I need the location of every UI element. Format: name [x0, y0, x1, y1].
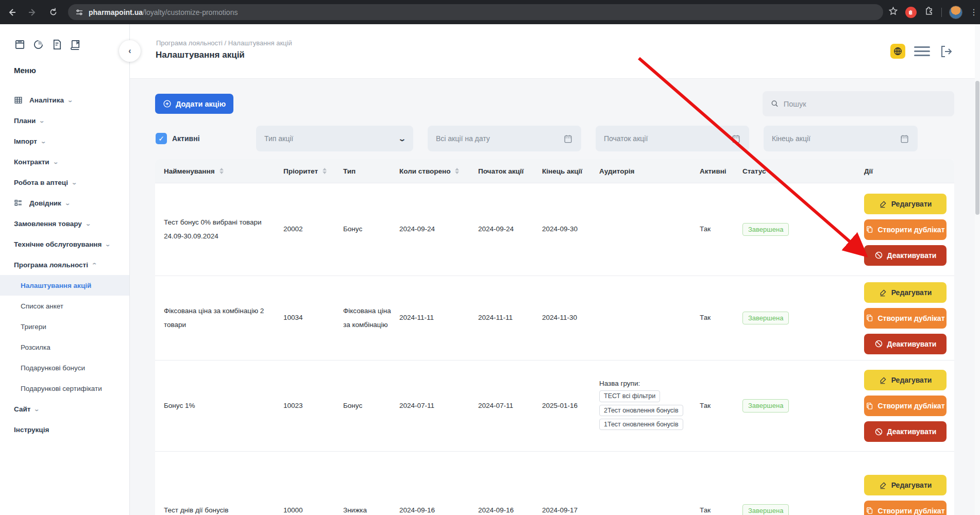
cell-priority-text: 10023 [283, 399, 303, 413]
cell-name: Тест бонус 0% вибрані товари 24.09-30.09… [155, 183, 283, 276]
sidebar-subitem-Подарункові сертифікати[interactable]: Подарункові сертифікати [0, 378, 129, 399]
adblock-extension-icon[interactable] [905, 7, 917, 18]
table-header-row: НайменуванняПріоритетТипКоли створеноПоч… [155, 159, 954, 183]
address-bar[interactable]: pharmapoint.ua/loyalty/customize-promoti… [68, 4, 883, 20]
edit-button[interactable]: Редагувати [864, 194, 947, 214]
column-header-Коли створено[interactable]: Коли створено [399, 159, 478, 183]
sidebar-item-Аналітика[interactable]: Аналітика⌄ [0, 90, 129, 110]
end-date-filter[interactable]: Кінець акції [764, 126, 918, 151]
column-header-Статус[interactable]: Статус [742, 159, 864, 183]
browser-profile-avatar[interactable] [949, 6, 962, 19]
duplicate-button[interactable]: Створити дублікат [864, 219, 947, 240]
scrollbar-thumb[interactable] [975, 81, 979, 215]
sidebar-item-Плани[interactable]: Плани⌄ [0, 110, 129, 131]
cell-created: 2024-07-11 [399, 360, 478, 451]
browser-forward-button[interactable] [24, 4, 41, 21]
list-icon [14, 199, 23, 208]
sidebar-subitem-Список анкет[interactable]: Список анкет [0, 296, 129, 316]
browser-reload-button[interactable] [44, 4, 62, 21]
cell-actions: РедагуватиСтворити дублікатДеактивувати [864, 276, 954, 360]
column-header-Початок акції[interactable]: Початок акції [478, 159, 542, 183]
column-header-label: Аудиторія [599, 167, 634, 175]
search-input[interactable] [784, 100, 946, 108]
cell-end-date: 2024-09-30 [542, 183, 599, 276]
search-box[interactable] [763, 91, 954, 116]
menu-heading: Меню [14, 66, 129, 75]
cell-priority: 10023 [283, 360, 343, 451]
sidebar-item-label: Імпорт [14, 138, 37, 145]
column-header-Пріоритет[interactable]: Пріоритет [283, 159, 343, 183]
sidebar-item-Сайт[interactable]: Сайт⌄ [0, 399, 129, 419]
cell-start-date-text: 2024-11-11 [478, 311, 513, 324]
active-filter-checkbox[interactable]: ✓ [156, 133, 167, 144]
cell-created-text: 2024-11-11 [399, 311, 434, 324]
deactivate-button[interactable]: Деактивувати [864, 334, 947, 354]
sort-arrows-icon[interactable] [455, 168, 459, 174]
hamburger-menu-icon[interactable] [914, 46, 930, 56]
edit-button[interactable]: Редагувати [864, 475, 947, 495]
sidebar-item-Контракти[interactable]: Контракти⌄ [0, 151, 129, 172]
url-path: /loyalty/customize-promotions [143, 8, 238, 16]
edit-button[interactable]: Редагувати [864, 282, 947, 303]
deactivate-button[interactable]: Деактивувати [864, 421, 947, 442]
cell-name: Бонус 1% [155, 360, 283, 451]
page-header: Програма лояльності / Налаштування акцій… [130, 24, 980, 79]
sort-arrows-icon[interactable] [219, 168, 224, 174]
sidebar-item-Довідник[interactable]: Довідник⌄ [0, 193, 129, 213]
column-header-label: Коли створено [399, 167, 450, 175]
language-globe-button[interactable] [890, 44, 905, 59]
site-info-icon[interactable] [75, 8, 83, 16]
sidebar-subitem-Розсилка[interactable]: Розсилка [0, 337, 129, 357]
sidebar-item-Робота в аптеці[interactable]: Робота в аптеці⌄ [0, 172, 129, 193]
cell-start-date: 2024-09-16 [478, 452, 542, 515]
cell-active-text: Так [700, 399, 711, 413]
promotion-type-dropdown[interactable]: Тип акції ⌄ [256, 126, 413, 151]
cell-type: Бонус [343, 183, 399, 276]
cell-active-text: Так [700, 311, 711, 324]
bookmark-star-icon[interactable] [888, 6, 898, 18]
deactivate-button[interactable]: Деактивувати [864, 245, 947, 266]
column-header-Кінець акції[interactable]: Кінець акції [542, 159, 599, 183]
duplicate-button[interactable]: Створити дублікат [864, 501, 947, 515]
calendar-icon [731, 134, 741, 144]
duplicate-button-label: Створити дублікат [877, 507, 944, 515]
duplicate-button-label: Створити дублікат [877, 226, 944, 234]
sidebar-subitem-Подарункові бонуси[interactable]: Подарункові бонуси [0, 357, 129, 378]
chevron-down-icon: ⌄ [34, 406, 40, 412]
column-header-Найменування[interactable]: Найменування [155, 159, 283, 183]
extensions-puzzle-icon[interactable] [924, 6, 934, 19]
sidebar-item-Інструкція[interactable]: Інструкція [0, 419, 129, 440]
sidebar-item-Імпорт[interactable]: Імпорт⌄ [0, 131, 129, 151]
sidebar-subitem-Тригери[interactable]: Тригери [0, 316, 129, 337]
column-header-Тип[interactable]: Тип [343, 159, 399, 183]
add-promotion-button[interactable]: Додати акцію [155, 94, 233, 114]
sort-arrows-icon[interactable] [323, 168, 327, 174]
page-scrollbar[interactable] [975, 24, 980, 515]
sidebar-item-Технічне обслуговування[interactable]: Технічне обслуговування⌄ [0, 234, 129, 254]
table-row: Тест бонус 0% вибрані товари 24.09-30.09… [155, 183, 954, 276]
duplicate-button[interactable]: Створити дублікат [864, 396, 947, 416]
status-badge: Завершена [742, 312, 789, 325]
all-promotions-date-filter[interactable]: Всі акції на дату [428, 126, 581, 151]
column-header-Аудиторія[interactable]: Аудиторія [599, 159, 700, 183]
column-header-Активні[interactable]: Активні [700, 159, 742, 183]
promotions-table: НайменуванняПріоритетТипКоли створеноПоч… [155, 159, 954, 515]
column-header-Дії[interactable]: Дії [864, 159, 954, 183]
duplicate-button[interactable]: Створити дублікат [864, 308, 947, 329]
sidebar-subitem-Налаштування акцій[interactable]: Налаштування акцій [0, 275, 129, 296]
sidebar-subitem-label: Подарункові сертифікати [21, 385, 102, 392]
sidebar-item-Програма лояльності[interactable]: Програма лояльності⌃ [0, 254, 129, 275]
browser-menu-icon[interactable]: ⋮ [970, 7, 978, 17]
sidebar-item-label: Технічне обслуговування [14, 241, 102, 248]
sidebar-item-Замовлення товару[interactable]: Замовлення товару⌄ [0, 213, 129, 234]
cell-type-text: Бонус [343, 399, 362, 413]
logout-icon[interactable] [939, 44, 953, 59]
start-date-filter[interactable]: Початок акції [596, 126, 749, 151]
browser-back-button[interactable] [3, 4, 21, 21]
edit-button[interactable]: Редагувати [864, 370, 947, 390]
calendar-icon [563, 134, 573, 144]
sidebar-subitem-label: Тригери [21, 323, 46, 331]
sidebar-collapse-button[interactable]: ‹ [119, 40, 141, 62]
cell-start-date-text: 2024-09-24 [478, 222, 514, 236]
column-header-label: Кінець акції [542, 167, 582, 175]
